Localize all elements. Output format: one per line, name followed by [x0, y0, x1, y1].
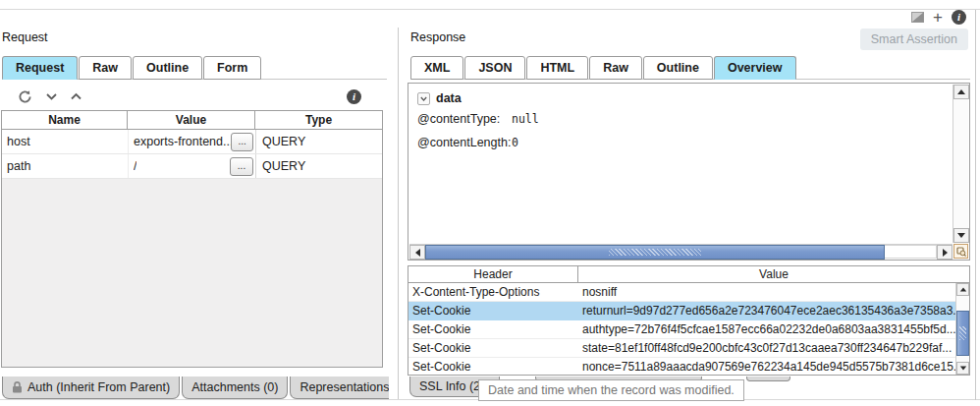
param-value: exports-frontend....	[134, 135, 231, 148]
response-panel-title: Response	[410, 30, 465, 44]
col-header-value[interactable]: Value	[578, 266, 969, 282]
tab-html[interactable]: HTML	[526, 56, 588, 80]
params-table-header: Name Value Type	[2, 111, 382, 130]
property-row: @contentType: null	[417, 107, 953, 131]
right-edge-divider	[975, 10, 976, 400]
overview-horizontal-scrollbar[interactable]	[409, 244, 953, 259]
scroll-down-button[interactable]	[956, 362, 969, 375]
request-params-table: Name Value Type host exports-frontend...…	[1, 110, 383, 368]
header-name: Set-Cookie	[408, 322, 578, 336]
table-options-magnifier-icon[interactable]	[953, 244, 968, 259]
tab-json[interactable]: JSON	[464, 56, 525, 80]
overview-vertical-scrollbar[interactable]	[953, 85, 968, 243]
top-divider	[0, 9, 980, 10]
tab-raw[interactable]: Raw	[589, 56, 642, 80]
property-name: @contentLength:	[417, 136, 512, 149]
param-name: host	[2, 135, 128, 148]
tab-raw[interactable]: Raw	[79, 56, 132, 80]
modified-tooltip: Date and time when the record was modifi…	[478, 379, 744, 401]
param-name: path	[2, 159, 128, 173]
request-panel-title: Request	[2, 30, 48, 44]
overview-content: data @contentType: null @contentLength: …	[408, 84, 953, 243]
col-header-header[interactable]: Header	[408, 266, 578, 282]
header-row[interactable]: Set-Cookie authtype=72b76f4f5cfcae1587ec…	[408, 320, 955, 339]
tab-auth[interactable]: Auth (Inherit From Parent)	[2, 377, 180, 399]
lock-icon	[12, 381, 23, 393]
tab-attachments[interactable]: Attachments (0)	[182, 377, 288, 399]
header-name: X-Content-Type-Options	[408, 285, 578, 299]
data-node-label: data	[436, 91, 462, 105]
property-value: null	[512, 112, 539, 126]
header-row[interactable]: Set-Cookie nonce=7511a89aaacda907569e762…	[408, 358, 955, 375]
add-assertion-icon[interactable]: +	[933, 9, 943, 26]
headers-table-header: Header Value	[408, 266, 969, 283]
header-name: Set-Cookie	[408, 341, 578, 355]
response-header-icons: + i	[911, 9, 966, 26]
vertical-scroll-thumb[interactable]	[956, 311, 969, 356]
property-row: @contentLength: 0	[417, 131, 953, 154]
tab-representations[interactable]: Representations (0	[290, 377, 389, 399]
horizontal-scroll-track[interactable]	[885, 245, 937, 259]
header-value: returnurl=9d97d277ed656a2e723476047ece2a…	[578, 304, 955, 318]
col-header-value[interactable]: Value	[128, 111, 255, 129]
refresh-icon[interactable]	[18, 89, 32, 104]
collapse-toggle-icon[interactable]	[417, 92, 430, 105]
headers-vertical-scrollbar[interactable]	[955, 283, 969, 375]
scroll-up-button[interactable]	[956, 283, 969, 296]
smart-assertion-button[interactable]: Smart Assertion	[860, 29, 968, 50]
header-row[interactable]: X-Content-Type-Options nosniff	[408, 283, 955, 302]
data-node[interactable]: data	[417, 89, 953, 107]
tab-outline[interactable]: Outline	[643, 56, 713, 80]
scroll-right-button[interactable]	[937, 245, 953, 260]
header-name: Set-Cookie	[408, 360, 578, 374]
tab-overview[interactable]: Overview	[714, 56, 796, 80]
headers-table-body: X-Content-Type-Options nosniff Set-Cooki…	[408, 283, 955, 375]
request-info-icon[interactable]: i	[347, 89, 361, 104]
tab-xml[interactable]: XML	[410, 56, 463, 80]
header-value: authtype=72b76f4f5cfcae1587ecc66a02232de…	[578, 322, 955, 336]
tab-outline[interactable]: Outline	[133, 56, 202, 80]
tab-auth-label: Auth (Inherit From Parent)	[27, 380, 170, 394]
collapse-all-icon[interactable]	[46, 92, 57, 100]
edit-value-button[interactable]: ...	[231, 133, 253, 151]
tab-request[interactable]: Request	[2, 56, 78, 80]
property-name: @contentType:	[417, 112, 512, 126]
expand-all-icon[interactable]	[71, 92, 82, 100]
response-headers-table: Header Value X-Content-Type-Options nosn…	[408, 265, 970, 376]
param-value: /	[134, 159, 136, 173]
panel-splitter[interactable]	[398, 28, 399, 399]
assertion-icon[interactable]	[911, 12, 924, 23]
header-row-selected[interactable]: Set-Cookie returnurl=9d97d277ed656a2e723…	[408, 302, 955, 320]
request-tabbar: Request Raw Outline Form	[2, 56, 387, 80]
rest-request-editor: Request Request Raw Outline Form i Name …	[0, 0, 980, 406]
tab-form[interactable]: Form	[203, 56, 261, 80]
scroll-left-button[interactable]	[409, 245, 425, 260]
request-bottom-tabbar: Auth (Inherit From Parent) Attachments (…	[2, 377, 389, 399]
response-overview-panel: data @contentType: null @contentLength: …	[408, 83, 970, 261]
header-value: nonce=7511a89aaacda907569e762234a145de94…	[578, 360, 955, 374]
response-tabbar: XML JSON HTML Raw Outline Overview	[410, 56, 970, 80]
horizontal-scroll-thumb[interactable]	[425, 245, 885, 260]
scroll-up-button[interactable]	[953, 85, 969, 99]
request-toolbar: i	[2, 83, 383, 110]
edit-value-button[interactable]: ...	[230, 157, 253, 176]
header-value: state=81ef1f0ff48fcd9e200cbfc43c0f27d13c…	[578, 341, 955, 355]
header-name: Set-Cookie	[408, 304, 578, 318]
col-header-type[interactable]: Type	[255, 111, 382, 129]
param-type: QUERY	[255, 154, 382, 178]
header-row[interactable]: Set-Cookie state=81ef1f0ff48fcd9e200cbfc…	[408, 339, 955, 358]
param-type: QUERY	[255, 130, 382, 153]
property-value: 0	[512, 136, 518, 149]
param-row-host[interactable]: host exports-frontend.... ... QUERY	[2, 130, 382, 154]
header-value: nosniff	[578, 285, 955, 299]
scroll-down-button[interactable]	[953, 228, 969, 243]
hidden-tab-edge	[746, 377, 790, 381]
response-info-icon[interactable]: i	[952, 10, 966, 25]
col-header-name[interactable]: Name	[2, 111, 128, 129]
param-row-path[interactable]: path / ... QUERY	[2, 154, 382, 179]
